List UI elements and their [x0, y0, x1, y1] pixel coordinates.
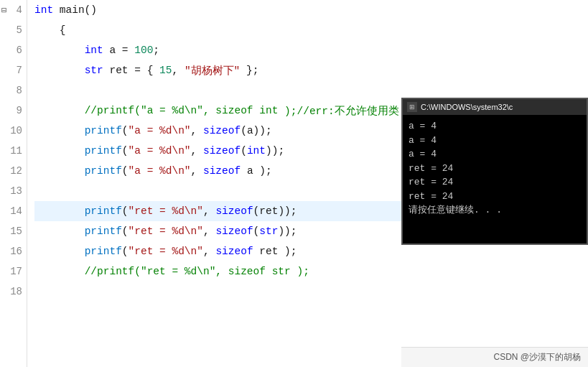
code-line-18: [34, 282, 588, 302]
terminal-body: a = 4a = 4a = 4ret = 24ret = 24ret = 24请…: [403, 115, 587, 243]
terminal-line: ret = 24: [409, 162, 581, 176]
line-number-6: 6: [0, 40, 27, 60]
terminal-icon: ⊞: [407, 102, 417, 112]
code-line-5: {: [34, 20, 588, 40]
line-number-8: 8: [0, 80, 27, 101]
code-line-7: str ret = { 15, "胡杨树下" };: [34, 60, 588, 80]
code-editor: 456789101112131415161718 int main() { in…: [0, 0, 588, 367]
terminal-title: C:\WINDOWS\system32\c: [421, 103, 513, 111]
terminal-line: 请按任意键继续. . .: [409, 203, 581, 218]
status-bar: CSDN @沙漠下的胡杨: [401, 347, 588, 367]
line-number-11: 11: [0, 141, 27, 161]
terminal-line: a = 4: [409, 134, 581, 148]
line-number-12: 12: [0, 161, 27, 181]
line-number-5: 5: [0, 20, 27, 40]
line-number-10: 10: [0, 121, 27, 141]
terminal-window: ⊞ C:\WINDOWS\system32\c a = 4a = 4a = 4r…: [401, 98, 588, 245]
line-number-16: 16: [0, 241, 27, 261]
line-number-18: 18: [0, 282, 27, 302]
terminal-line: a = 4: [409, 119, 581, 134]
line-number-14: 14: [0, 201, 27, 221]
status-text: CSDN @沙漠下的胡杨: [493, 351, 581, 363]
code-line-6: int a = 100;: [34, 40, 588, 60]
terminal-line: ret = 24: [409, 175, 581, 190]
code-line-17: //printf("ret = %d\n", sizeof str );: [34, 261, 588, 282]
line-number-15: 15: [0, 221, 27, 241]
line-number-9: 9: [0, 101, 27, 121]
line-number-7: 7: [0, 60, 27, 80]
line-numbers: 456789101112131415161718: [0, 0, 27, 367]
line-number-13: 13: [0, 181, 27, 201]
line-number-4: 4: [0, 0, 27, 20]
line-number-17: 17: [0, 261, 27, 282]
code-line-4: int main(): [34, 0, 588, 20]
terminal-titlebar: ⊞ C:\WINDOWS\system32\c: [403, 99, 587, 115]
terminal-line: a = 4: [409, 147, 581, 162]
terminal-line: ret = 24: [409, 190, 581, 204]
